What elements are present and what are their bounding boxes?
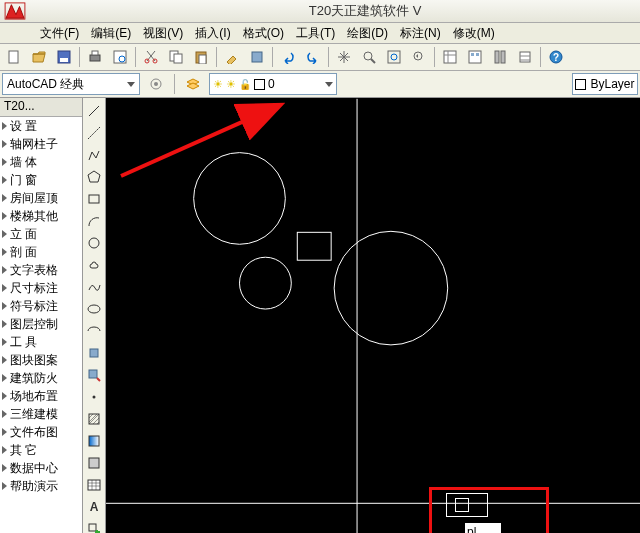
circle-icon[interactable] [83, 232, 105, 253]
sidebar-item-section[interactable]: 剖 面 [0, 243, 82, 261]
sidebar-item-fire[interactable]: 建筑防火 [0, 369, 82, 387]
sidebar-item-room-roof[interactable]: 房间屋顶 [0, 189, 82, 207]
sidebar-item-label: 剖 面 [10, 244, 37, 261]
make-block-icon[interactable] [83, 364, 105, 385]
sidebar-item-wall[interactable]: 墙 体 [0, 153, 82, 171]
sidebar-item-data[interactable]: 数据中心 [0, 459, 82, 477]
print-icon[interactable] [83, 45, 107, 69]
sidebar-item-block-pattern[interactable]: 图块图案 [0, 351, 82, 369]
line-icon[interactable] [83, 100, 105, 121]
paste-icon[interactable] [189, 45, 213, 69]
tool-palettes-icon[interactable] [488, 45, 512, 69]
sheet-set-icon[interactable] [513, 45, 537, 69]
sidebar-item-layout[interactable]: 文件布图 [0, 423, 82, 441]
gradient-icon[interactable] [83, 430, 105, 451]
sidebar-item-layer-ctrl[interactable]: 图层控制 [0, 315, 82, 333]
color-label: ByLayer [590, 77, 634, 91]
spline-icon[interactable] [83, 276, 105, 297]
save-icon[interactable] [52, 45, 76, 69]
insert-block-icon[interactable] [83, 342, 105, 363]
add-selected-icon[interactable] [83, 518, 105, 533]
menu-edit[interactable]: 编辑(E) [85, 23, 137, 43]
polygon-icon[interactable] [83, 166, 105, 187]
chevron-down-icon [127, 82, 135, 87]
t20-panel-title[interactable]: T20... [0, 98, 82, 117]
copy-icon[interactable] [164, 45, 188, 69]
hatch-icon[interactable] [83, 408, 105, 429]
sidebar-item-door-window[interactable]: 门 窗 [0, 171, 82, 189]
plot-preview-icon[interactable] [108, 45, 132, 69]
table-icon[interactable] [83, 474, 105, 495]
properties-icon[interactable] [438, 45, 462, 69]
sidebar-item-text-table[interactable]: 文字表格 [0, 261, 82, 279]
expand-icon [2, 176, 7, 184]
menu-modify[interactable]: 修改(M) [447, 23, 501, 43]
point-icon[interactable] [83, 386, 105, 407]
sidebar-item-settings[interactable]: 设 置 [0, 117, 82, 135]
sidebar-item-elevation[interactable]: 立 面 [0, 225, 82, 243]
sidebar-item-label: 其 它 [10, 442, 37, 459]
block-editor-icon[interactable] [245, 45, 269, 69]
workspace-settings-icon[interactable] [144, 72, 168, 96]
undo-icon[interactable] [276, 45, 300, 69]
titlebar: T20天正建筑软件 V [0, 0, 640, 23]
new-icon[interactable] [2, 45, 26, 69]
svg-point-31 [89, 238, 99, 248]
layer-combo[interactable]: ☀ ☀ 🔓 0 [209, 73, 337, 95]
svg-rect-19 [444, 51, 456, 63]
svg-rect-13 [199, 55, 206, 64]
color-swatch-icon [575, 79, 586, 90]
sidebar-item-stair[interactable]: 楼梯其他 [0, 207, 82, 225]
zoom-icon[interactable] [357, 45, 381, 69]
sidebar-item-help[interactable]: 帮助演示 [0, 477, 82, 495]
workspace-label: AutoCAD 经典 [7, 76, 84, 93]
arc-icon[interactable] [83, 210, 105, 231]
sidebar-item-tools[interactable]: 工 具 [0, 333, 82, 351]
layer-name: 0 [268, 77, 275, 91]
chevron-down-icon [325, 82, 333, 87]
menu-view[interactable]: 视图(V) [137, 23, 189, 43]
color-combo[interactable]: ByLayer [572, 73, 638, 95]
ellipse-icon[interactable] [83, 298, 105, 319]
sidebar-item-label: 轴网柱子 [10, 136, 58, 153]
svg-rect-39 [88, 480, 100, 490]
open-icon[interactable] [27, 45, 51, 69]
layer-lock-icon: 🔓 [239, 79, 251, 90]
svg-point-46 [334, 231, 448, 345]
sidebar-item-3d[interactable]: 三维建模 [0, 405, 82, 423]
sidebar-item-label: 图块图案 [10, 352, 58, 369]
command-dynamic-input[interactable] [464, 522, 502, 533]
zoom-window-icon[interactable] [382, 45, 406, 69]
revision-cloud-icon[interactable] [83, 254, 105, 275]
design-center-icon[interactable] [463, 45, 487, 69]
menu-format[interactable]: 格式(O) [237, 23, 290, 43]
svg-rect-33 [90, 349, 98, 357]
workspace-combo[interactable]: AutoCAD 经典 [2, 73, 140, 95]
menu-tools[interactable]: 工具(T) [290, 23, 341, 43]
menu-insert[interactable]: 插入(I) [189, 23, 236, 43]
construction-line-icon[interactable] [83, 122, 105, 143]
ellipse-arc-icon[interactable] [83, 320, 105, 341]
polyline-icon[interactable] [83, 144, 105, 165]
sidebar-item-other[interactable]: 其 它 [0, 441, 82, 459]
menu-file[interactable]: 文件(F) [34, 23, 85, 43]
help-icon[interactable]: ? [544, 45, 568, 69]
sidebar-item-site[interactable]: 场地布置 [0, 387, 82, 405]
redo-icon[interactable] [301, 45, 325, 69]
zoom-prev-icon[interactable] [407, 45, 431, 69]
sidebar-item-symbol[interactable]: 符号标注 [0, 297, 82, 315]
match-prop-icon[interactable] [220, 45, 244, 69]
cut-icon[interactable] [139, 45, 163, 69]
app-logo[interactable] [0, 0, 30, 22]
menu-draw[interactable]: 绘图(D) [341, 23, 394, 43]
mtext-icon[interactable]: A [83, 496, 105, 517]
model-canvas[interactable] [106, 98, 640, 533]
layer-props-icon[interactable] [181, 72, 205, 96]
sidebar-item-label: 墙 体 [10, 154, 37, 171]
menu-dimension[interactable]: 标注(N) [394, 23, 447, 43]
region-icon[interactable] [83, 452, 105, 473]
sidebar-item-grid-column[interactable]: 轴网柱子 [0, 135, 82, 153]
rectangle-icon[interactable] [83, 188, 105, 209]
pan-icon[interactable] [332, 45, 356, 69]
sidebar-item-dim[interactable]: 尺寸标注 [0, 279, 82, 297]
